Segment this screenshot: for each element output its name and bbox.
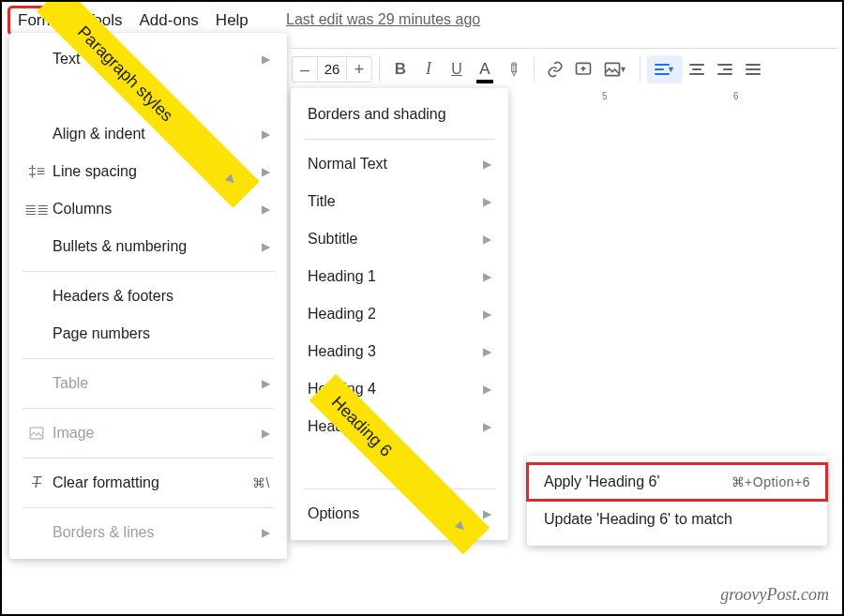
- insert-link-button[interactable]: [541, 55, 569, 83]
- menu-item-subtitle[interactable]: Subtitle▶: [291, 220, 508, 258]
- separator: [379, 57, 380, 82]
- menu-item-title[interactable]: Title▶: [291, 183, 508, 220]
- submenu-arrow-icon: ▶: [483, 507, 491, 520]
- align-right-button[interactable]: [711, 55, 739, 83]
- font-size-increase[interactable]: +: [347, 57, 371, 82]
- menu-divider: [23, 408, 274, 409]
- separator: [640, 57, 641, 82]
- font-size-stepper: – 26 +: [292, 56, 372, 83]
- highlighter-icon: ✎: [501, 56, 525, 81]
- menu-item-headers-footers[interactable]: Headers & footers: [9, 278, 287, 315]
- menu-item-heading-1[interactable]: Heading 1▶: [291, 258, 508, 295]
- chevron-down-icon: ▼: [667, 65, 675, 74]
- submenu-arrow-icon: ▶: [483, 195, 491, 208]
- insert-image-button[interactable]: ▼: [597, 55, 633, 83]
- submenu-arrow-icon: ▶: [483, 233, 491, 246]
- italic-icon: I: [426, 59, 431, 79]
- align-right-icon: [717, 64, 732, 75]
- submenu-arrow-icon: ▶: [483, 345, 491, 358]
- submenu-arrow-icon: ▶: [262, 53, 270, 66]
- align-center-icon: [689, 64, 704, 75]
- image-icon: [28, 425, 45, 442]
- menu-divider: [23, 458, 274, 458]
- ruler-tick: 5: [602, 91, 608, 101]
- menu-divider: [23, 271, 274, 272]
- columns-icon: ≣≣: [24, 201, 49, 218]
- submenu-arrow-icon: ▶: [262, 165, 270, 178]
- menu-item-line-spacing[interactable]: ‡≡Line spacing▶: [9, 153, 287, 190]
- menu-item-apply-heading-6[interactable]: Apply 'Heading 6'⌘+Option+6: [527, 463, 827, 501]
- highlight-button[interactable]: ✎: [499, 55, 527, 83]
- clear-format-icon: T: [32, 474, 41, 491]
- text-color-button[interactable]: A: [471, 55, 499, 83]
- submenu-arrow-icon: ▶: [262, 526, 270, 539]
- align-center-button[interactable]: [683, 55, 711, 83]
- link-icon: [546, 60, 565, 79]
- comment-icon: [574, 60, 593, 79]
- menu-item-bullets-numbering[interactable]: Bullets & numbering▶: [9, 228, 287, 265]
- menu-divider: [304, 139, 495, 140]
- font-size-decrease[interactable]: –: [293, 57, 317, 82]
- underline-button[interactable]: U: [443, 55, 471, 83]
- toolbar: – 26 + B I U A ✎ ▼ ▼: [292, 48, 838, 85]
- menu-help[interactable]: Help: [207, 8, 257, 34]
- heading-6-menu: Apply 'Heading 6'⌘+Option+6 Update 'Head…: [527, 456, 827, 546]
- menu-item-image[interactable]: Image▶: [9, 414, 287, 452]
- app-frame: Format Tools Add-ons Help Last edit was …: [0, 0, 844, 616]
- watermark: groovyPost.com: [720, 585, 829, 605]
- menu-item-page-numbers[interactable]: Page numbers: [9, 315, 287, 353]
- submenu-arrow-icon: ▶: [262, 128, 270, 141]
- separator: [534, 57, 535, 82]
- add-comment-button[interactable]: [569, 55, 597, 83]
- menu-item-heading-2[interactable]: Heading 2▶: [291, 295, 508, 333]
- submenu-arrow-icon: ▶: [483, 308, 491, 321]
- menu-divider: [23, 507, 274, 508]
- text-color-icon: A: [479, 60, 490, 79]
- format-menu: Text▶ Paragraph styles▶ Align & indent▶ …: [9, 33, 287, 559]
- bold-icon: B: [395, 60, 406, 79]
- menu-item-borders-shading[interactable]: Borders and shading: [291, 96, 508, 133]
- font-size-value[interactable]: 26: [317, 57, 347, 82]
- paragraph-styles-menu: Borders and shading Normal Text▶ Title▶ …: [291, 88, 508, 540]
- menu-item-table[interactable]: Table▶: [9, 365, 287, 402]
- ruler-tick: 6: [733, 91, 739, 101]
- menu-addons[interactable]: Add-ons: [131, 8, 207, 34]
- submenu-arrow-icon: ▶: [483, 158, 491, 171]
- menu-item-options[interactable]: Options▶: [291, 495, 508, 533]
- menu-item-normal-text[interactable]: Normal Text▶: [291, 145, 508, 183]
- chevron-down-icon: ▼: [619, 65, 627, 74]
- submenu-arrow-icon: ▶: [262, 240, 270, 253]
- submenu-arrow-icon: ▶: [262, 203, 270, 216]
- align-left-button[interactable]: ▼: [647, 55, 683, 83]
- menu-item-heading-3[interactable]: Heading 3▶: [291, 333, 508, 370]
- menu-item-borders-lines[interactable]: Borders & lines▶: [9, 514, 287, 551]
- bold-button[interactable]: B: [386, 55, 414, 83]
- submenu-arrow-icon: ▶: [483, 270, 491, 283]
- line-spacing-icon: ‡≡: [28, 163, 45, 180]
- align-justify-icon: [746, 64, 761, 75]
- italic-button[interactable]: I: [414, 55, 443, 83]
- align-justify-button[interactable]: [739, 55, 767, 83]
- submenu-arrow-icon: ▶: [483, 383, 491, 396]
- shortcut-label: ⌘+Option+6: [731, 474, 810, 489]
- menu-item-align-indent[interactable]: Align & indent▶: [9, 115, 287, 153]
- ruler: 5 6: [508, 86, 838, 101]
- menu-item-update-heading-6[interactable]: Update 'Heading 6' to match: [527, 501, 827, 538]
- last-edit-link[interactable]: Last edit was 29 minutes ago: [286, 11, 480, 28]
- menu-item-clear-formatting[interactable]: TClear formatting⌘\: [9, 464, 287, 502]
- underline-icon: U: [451, 61, 462, 78]
- submenu-arrow-icon: ▶: [262, 427, 270, 440]
- submenu-arrow-icon: ▶: [483, 420, 491, 433]
- menu-divider: [23, 358, 274, 359]
- shortcut-label: ⌘\: [252, 475, 270, 490]
- menu-item-columns[interactable]: ≣≣Columns▶: [9, 190, 287, 228]
- submenu-arrow-icon: ▶: [262, 377, 270, 390]
